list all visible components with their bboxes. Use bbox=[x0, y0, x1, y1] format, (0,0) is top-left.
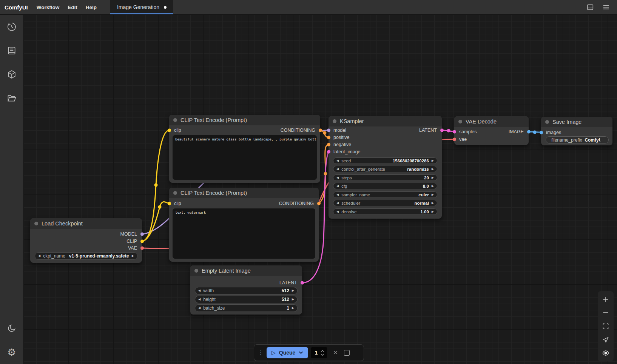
slot-dot-clip-input[interactable] bbox=[168, 129, 171, 132]
main-menu-button[interactable] bbox=[602, 3, 610, 11]
output-slot-vae[interactable]: VAE bbox=[30, 245, 142, 251]
next-value-icon[interactable]: ▶ bbox=[432, 185, 434, 188]
widget-batch-size[interactable]: ◀ batch_size 1 ▶ bbox=[195, 304, 298, 312]
prompt-text-field[interactable]: beautiful scenery nature glass bottle la… bbox=[173, 135, 317, 180]
output-slot-clip[interactable]: CLIP bbox=[30, 238, 142, 245]
collapse-dot[interactable] bbox=[545, 120, 549, 124]
node-load-checkpoint[interactable]: Load Checkpoint MODEL CLIP VAE ◀ ckpt_na… bbox=[30, 218, 142, 263]
drag-handle-icon[interactable]: ⋮ bbox=[258, 349, 264, 356]
settings-button[interactable]: ⚙ bbox=[0, 340, 23, 364]
output-slot-image[interactable]: IMAGE bbox=[454, 128, 529, 135]
collapse-dot[interactable] bbox=[173, 191, 177, 195]
widget-cfg[interactable]: ◀ cfg 8.0 ▶ bbox=[333, 183, 437, 189]
slot-dot-positive[interactable] bbox=[327, 136, 330, 139]
widget-control-after-generate[interactable]: ◀ control_after_generate randomize ▶ bbox=[333, 166, 437, 172]
collapse-dot[interactable] bbox=[34, 222, 38, 225]
next-value-icon[interactable]: ▶ bbox=[432, 193, 434, 196]
input-slot-vae[interactable]: vae bbox=[454, 136, 529, 143]
slot-dot-conditioning-output[interactable] bbox=[317, 202, 321, 205]
graph-canvas[interactable] bbox=[23, 15, 617, 364]
slot-dot-negative[interactable] bbox=[327, 143, 330, 147]
slot-dot-latent-image[interactable] bbox=[327, 150, 330, 154]
widget-sampler-name[interactable]: ◀ sampler_name euler ▶ bbox=[333, 191, 437, 198]
slot-dot-latent[interactable] bbox=[440, 129, 444, 132]
chevron-up-icon[interactable] bbox=[321, 350, 324, 352]
next-value-icon[interactable]: ▶ bbox=[432, 159, 434, 162]
batch-count-value[interactable]: 1 bbox=[314, 350, 318, 356]
collapse-dot[interactable] bbox=[333, 119, 336, 123]
node-title-bar[interactable]: CLIP Text Encode (Prompt) bbox=[169, 115, 320, 125]
sidebar-item-node-library[interactable] bbox=[0, 62, 23, 86]
slot-dot-clip[interactable] bbox=[140, 240, 144, 243]
prev-value-icon[interactable]: ◀ bbox=[38, 254, 40, 258]
widget-ckpt-name[interactable]: ◀ ckpt_name v1-5-pruned-emaonly.safete..… bbox=[35, 252, 137, 260]
zoom-out-button[interactable] bbox=[602, 309, 609, 316]
next-value-icon[interactable]: ▶ bbox=[432, 202, 434, 205]
prev-value-icon[interactable]: ◀ bbox=[336, 202, 339, 205]
next-value-icon[interactable]: ▶ bbox=[432, 210, 434, 213]
next-value-icon[interactable]: ▶ bbox=[432, 168, 434, 171]
slot-dot-model[interactable] bbox=[140, 233, 144, 236]
next-value-icon[interactable]: ▶ bbox=[132, 254, 134, 258]
prev-value-icon[interactable]: ◀ bbox=[336, 210, 339, 213]
input-slot-latent-image[interactable]: latent_image bbox=[329, 148, 442, 155]
next-value-icon[interactable]: ▶ bbox=[292, 298, 294, 301]
widget-seed[interactable]: ◀ seed 156680208700286 ▶ bbox=[333, 157, 437, 164]
sidebar-item-history[interactable] bbox=[0, 15, 23, 39]
menu-workflow[interactable]: Workflow bbox=[32, 0, 64, 14]
node-title-bar[interactable]: Empty Latent Image bbox=[190, 265, 302, 276]
sidebar-item-queue-log[interactable] bbox=[0, 39, 23, 62]
output-slot-model[interactable]: MODEL bbox=[30, 231, 142, 238]
node-ksampler[interactable]: KSampler model LATENT positive negative … bbox=[329, 116, 442, 219]
slot-dot-images[interactable] bbox=[540, 131, 543, 134]
node-clip-text-encode-negative[interactable]: CLIP Text Encode (Prompt) clip CONDITION… bbox=[169, 188, 319, 262]
slot-dot-vae[interactable] bbox=[140, 247, 144, 250]
widget-denoise[interactable]: ◀ denoise 1.00 ▶ bbox=[333, 208, 437, 215]
sidebar-item-workflows[interactable] bbox=[0, 86, 23, 110]
queue-button[interactable]: ▷ Queue bbox=[267, 347, 308, 358]
output-slot-latent[interactable]: LATENT bbox=[190, 279, 302, 286]
slot-dot-latent[interactable] bbox=[301, 281, 304, 285]
node-title-bar[interactable]: CLIP Text Encode (Prompt) bbox=[169, 188, 319, 198]
prev-value-icon[interactable]: ◀ bbox=[336, 159, 339, 162]
prev-value-icon[interactable]: ◀ bbox=[336, 176, 339, 179]
prompt-text-field[interactable]: text, watermark bbox=[173, 208, 315, 259]
select-mode-button[interactable] bbox=[602, 336, 609, 344]
chevron-down-icon[interactable] bbox=[321, 353, 324, 356]
prev-value-icon[interactable]: ◀ bbox=[336, 185, 339, 188]
clear-queue-icon[interactable]: ✕ bbox=[333, 349, 338, 356]
tab-image-generation[interactable]: Image Generation bbox=[110, 0, 173, 14]
slot-dot-conditioning-output[interactable] bbox=[319, 129, 322, 132]
bottom-panel-toggle-button[interactable] bbox=[586, 3, 594, 11]
input-slot-images[interactable]: images bbox=[541, 129, 612, 136]
prev-value-icon[interactable]: ◀ bbox=[198, 298, 201, 301]
node-title-bar[interactable]: Load Checkpoint bbox=[30, 218, 142, 229]
node-empty-latent-image[interactable]: Empty Latent Image LATENT ◀ width 512 ▶ … bbox=[190, 265, 302, 315]
widget-height[interactable]: ◀ height 512 ▶ bbox=[195, 296, 298, 303]
fit-view-button[interactable] bbox=[602, 322, 609, 330]
theme-toggle-button[interactable] bbox=[0, 316, 23, 340]
slot-dot-image[interactable] bbox=[527, 130, 531, 134]
widget-steps[interactable]: ◀ steps 20 ▶ bbox=[333, 174, 437, 181]
prev-value-icon[interactable]: ◀ bbox=[336, 168, 339, 171]
node-title-bar[interactable]: KSampler bbox=[329, 116, 442, 126]
node-vae-decode[interactable]: VAE Decode samples IMAGE vae bbox=[454, 116, 529, 145]
input-slot-positive[interactable]: positive bbox=[329, 134, 442, 141]
batch-count-stepper[interactable]: 1 bbox=[311, 347, 327, 358]
node-title-bar[interactable]: Save Image bbox=[541, 117, 612, 127]
output-slot-latent[interactable]: LATENT bbox=[329, 127, 442, 134]
stop-icon[interactable] bbox=[344, 350, 350, 356]
next-value-icon[interactable]: ▶ bbox=[432, 176, 434, 179]
chevron-down-icon[interactable] bbox=[299, 351, 303, 354]
node-save-image[interactable]: Save Image images filename_prefix ComfyU… bbox=[541, 117, 612, 145]
prev-value-icon[interactable]: ◀ bbox=[198, 289, 201, 292]
collapse-dot[interactable] bbox=[173, 118, 177, 122]
collapse-dot[interactable] bbox=[458, 120, 462, 123]
input-slot-negative[interactable]: negative bbox=[329, 141, 442, 148]
widget-filename-prefix[interactable]: filename_prefix ComfyUI bbox=[546, 136, 609, 143]
slot-dot-vae[interactable] bbox=[453, 138, 456, 141]
node-title-bar[interactable]: VAE Decode bbox=[454, 116, 529, 127]
toggle-link-visibility-button[interactable] bbox=[602, 349, 609, 357]
next-value-icon[interactable]: ▶ bbox=[292, 289, 294, 292]
collapse-dot[interactable] bbox=[194, 269, 198, 273]
